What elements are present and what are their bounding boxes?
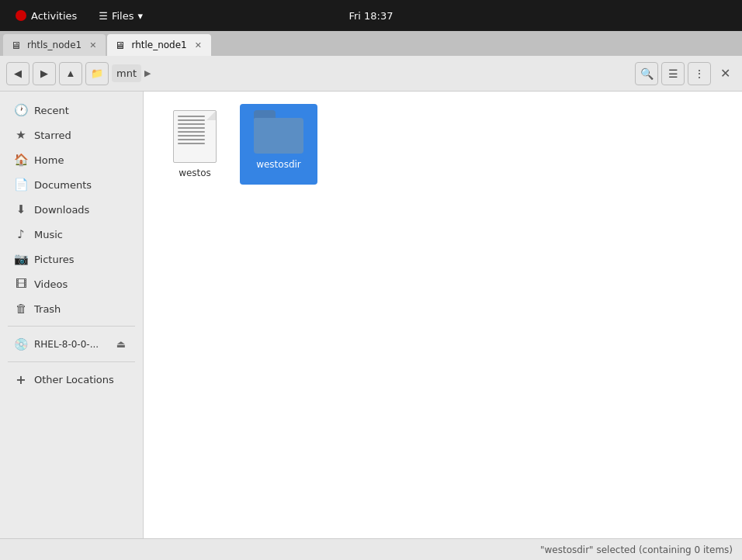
red-hat-icon <box>16 10 26 21</box>
sidebar-label-home: Home <box>34 154 64 166</box>
sidebar-item-recent[interactable]: 🕐 Recent <box>3 98 140 123</box>
toolbar-right: 🔍 ☰ ⋮ ✕ <box>635 62 736 85</box>
file-item-westosdir[interactable]: westosdir <box>240 104 317 185</box>
menu-button[interactable]: ⋮ <box>688 62 711 85</box>
system-bar-left: Activities ☰ Files ▾ <box>9 7 149 25</box>
other-locations-icon: + <box>14 372 28 387</box>
rhel-disc-icon: 💿 <box>14 337 28 351</box>
text-line <box>178 116 205 117</box>
sidebar-divider <box>8 326 135 327</box>
sidebar-label-recent: Recent <box>34 105 69 116</box>
text-line <box>178 127 205 129</box>
location-button[interactable]: 📁 <box>85 62 109 85</box>
sidebar: 🕐 Recent ★ Starred 🏠 Home 📄 Documents ⬇ … <box>0 92 144 538</box>
sidebar-item-starred[interactable]: ★ Starred <box>3 123 140 147</box>
forward-button[interactable]: ▶ <box>33 62 56 85</box>
status-bar: "westosdir" selected (containing 0 items… <box>0 538 742 560</box>
files-icon: ☰ <box>99 10 108 22</box>
text-line <box>178 119 205 121</box>
sidebar-item-pictures[interactable]: 📷 Pictures <box>3 247 140 271</box>
sidebar-item-rhel[interactable]: 💿 RHEL-8-0-0-... ⏏ <box>3 331 140 357</box>
sidebar-label-music: Music <box>34 229 63 240</box>
file-item-westos[interactable]: westos <box>156 104 234 185</box>
text-file-icon-westos <box>173 110 217 163</box>
list-view-button[interactable]: ☰ <box>661 62 685 85</box>
sidebar-item-home[interactable]: 🏠 Home <box>3 147 140 172</box>
browser-tab-bar: 🖥 rhtls_node1 ✕ 🖥 rhtle_node1 ✕ <box>0 31 742 56</box>
search-button[interactable]: 🔍 <box>635 62 658 85</box>
trash-icon: 🗑 <box>14 302 28 316</box>
activities-label: Activities <box>31 10 77 22</box>
folder-body <box>254 118 303 154</box>
sidebar-label-rhel: RHEL-8-0-0-... <box>34 339 107 350</box>
text-line <box>178 139 205 140</box>
sidebar-item-documents[interactable]: 📄 Documents <box>3 172 140 197</box>
sidebar-label-pictures: Pictures <box>34 254 74 265</box>
text-line <box>178 143 205 144</box>
tab-label-rhtls: rhtls_node1 <box>27 40 81 50</box>
text-line <box>178 123 205 125</box>
files-label: Files <box>112 10 134 22</box>
tab-close-rhtle[interactable]: ✕ <box>193 40 203 51</box>
file-label-westos: westos <box>179 168 211 178</box>
sidebar-item-other-locations[interactable]: + Other Locations <box>3 367 140 392</box>
main-content: 🕐 Recent ★ Starred 🏠 Home 📄 Documents ⬇ … <box>0 92 742 538</box>
sidebar-item-music[interactable]: ♪ Music <box>3 222 140 247</box>
folder-icon-westosdir <box>254 110 303 154</box>
tab-rhtle[interactable]: 🖥 rhtle_node1 ✕ <box>107 34 211 56</box>
sidebar-label-trash: Trash <box>34 303 61 315</box>
file-area[interactable]: westos westosdir <box>144 92 742 538</box>
documents-icon: 📄 <box>14 178 28 192</box>
starred-icon: ★ <box>14 128 28 142</box>
files-menu-button[interactable]: ☰ Files ▾ <box>92 7 149 25</box>
sidebar-item-downloads[interactable]: ⬇ Downloads <box>3 197 140 222</box>
system-clock: Fri 18:37 <box>348 10 393 22</box>
recent-icon: 🕐 <box>14 103 28 117</box>
tab-close-rhtls[interactable]: ✕ <box>88 40 98 51</box>
sidebar-label-downloads: Downloads <box>34 204 89 216</box>
status-text: "westosdir" selected (containing 0 items… <box>540 544 733 555</box>
text-line <box>178 135 205 137</box>
up-button[interactable]: ▲ <box>59 62 82 85</box>
path-segment-mnt[interactable]: mnt <box>112 64 141 82</box>
tab-label-rhtle: rhtle_node1 <box>131 40 186 50</box>
path-arrow: ▶ <box>143 68 152 78</box>
eject-button[interactable]: ⏏ <box>113 337 129 351</box>
sidebar-item-videos[interactable]: 🎞 Videos <box>3 271 140 296</box>
sidebar-label-videos: Videos <box>34 278 68 290</box>
home-icon: 🏠 <box>14 153 28 167</box>
tab-icon-rhtle: 🖥 <box>115 40 125 51</box>
text-line <box>178 131 205 133</box>
downloads-icon: ⬇ <box>14 202 28 216</box>
activities-button[interactable]: Activities <box>9 7 83 25</box>
sidebar-label-other-locations: Other Locations <box>34 374 114 385</box>
videos-icon: 🎞 <box>14 277 28 291</box>
back-button[interactable]: ◀ <box>6 62 29 85</box>
path-bar: mnt ▶ <box>112 64 632 82</box>
system-bar: Activities ☰ Files ▾ Fri 18:37 <box>0 0 742 31</box>
music-icon: ♪ <box>14 227 28 241</box>
file-manager-window: ◀ ▶ ▲ 📁 mnt ▶ 🔍 ☰ ⋮ ✕ 🕐 Recent ★ Starred <box>0 56 742 560</box>
close-button[interactable]: ✕ <box>714 63 736 85</box>
sidebar-label-documents: Documents <box>34 179 92 191</box>
sidebar-divider-2 <box>8 361 135 362</box>
toolbar: ◀ ▶ ▲ 📁 mnt ▶ 🔍 ☰ ⋮ ✕ <box>0 56 742 92</box>
tab-rhtls[interactable]: 🖥 rhtls_node1 ✕ <box>3 34 106 56</box>
sidebar-label-starred: Starred <box>34 130 71 141</box>
pictures-icon: 📷 <box>14 252 28 266</box>
sidebar-item-trash[interactable]: 🗑 Trash <box>3 296 140 321</box>
files-dropdown-icon: ▾ <box>138 10 144 22</box>
tab-icon-rhtls: 🖥 <box>11 40 21 51</box>
file-label-westosdir: westosdir <box>253 158 304 171</box>
